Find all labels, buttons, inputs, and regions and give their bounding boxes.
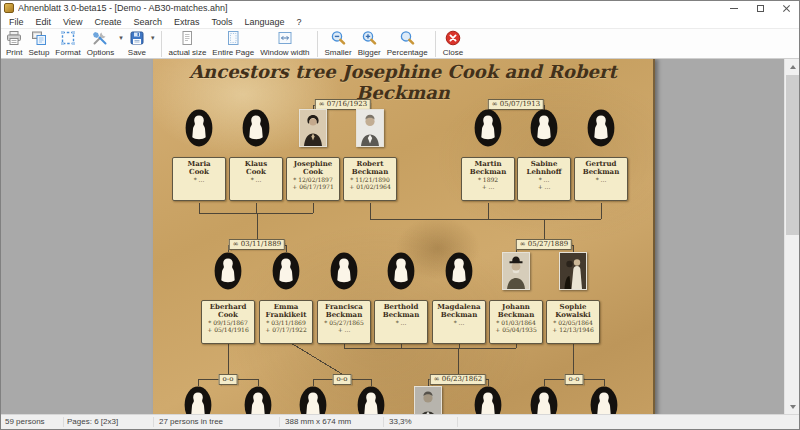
printer-setup-button[interactable]: Setup [25, 30, 52, 58]
silhouette-icon[interactable] [590, 386, 618, 414]
person-card[interactable]: Maria Cook* ... [172, 157, 226, 201]
person-card[interactable]: Josephine Cook* 12/02/1897+ 06/17/1971 [286, 157, 340, 201]
menu-item-edit[interactable]: Edit [30, 17, 58, 27]
page-actual-icon [179, 30, 195, 47]
person-date: * ... [576, 176, 626, 183]
person-card[interactable]: Gertrud Beckman* ... [574, 157, 628, 201]
format-frame-button[interactable]: Format [52, 30, 83, 58]
silhouette-icon[interactable] [242, 109, 270, 147]
silhouette-icon[interactable] [474, 109, 502, 147]
page-width-button[interactable]: Window width [257, 30, 312, 58]
photo-wedding-dark[interactable] [559, 252, 587, 290]
scrollbar-thumb[interactable] [786, 75, 799, 235]
person-card[interactable]: Berthold Beckman* ... [374, 300, 428, 344]
person-name: Gertrud Beckman [576, 160, 626, 176]
minimize-button[interactable] [721, 1, 747, 15]
statusbar-separator [63, 417, 64, 427]
app-window: Ahnenblatt 3.0-beta15 - [Demo - AB30-mat… [0, 0, 800, 430]
page-width-icon [277, 30, 293, 47]
person-date: + 06/17/1971 [288, 183, 338, 190]
silhouette-icon[interactable] [299, 386, 327, 414]
dropdown-arrow-icon[interactable]: ▾ [117, 30, 125, 47]
silhouette-icon[interactable] [357, 386, 385, 414]
menu-item-create[interactable]: Create [88, 17, 127, 27]
silhouette-icon[interactable] [530, 386, 558, 414]
menu-item-tools[interactable]: Tools [205, 17, 238, 27]
silhouette-icon[interactable] [184, 386, 212, 414]
person-date: * ... [519, 176, 569, 183]
statusbar-panel: 27 persons in tree [159, 417, 223, 426]
photo-woman-sepia[interactable] [299, 109, 327, 147]
format-frame-icon [60, 30, 76, 47]
menu-item-file[interactable]: File [3, 17, 30, 27]
silhouette-icon[interactable] [445, 252, 473, 290]
silhouette-icon[interactable] [330, 252, 358, 290]
menu-item-language[interactable]: Language [238, 17, 290, 27]
person-card[interactable]: Eberhard Cook* 09/15/1867+ 05/14/1916 [201, 300, 255, 344]
person-card[interactable]: Francisca Beckman* 05/27/1865+ ... [317, 300, 371, 344]
person-name: Magdalena Beckman [434, 303, 484, 319]
person-card[interactable]: Robert Beckman* 11/21/1890+ 01/02/1964 [343, 157, 397, 201]
vertical-scrollbar[interactable] [784, 59, 799, 414]
menu-item-view[interactable]: View [57, 17, 88, 27]
printer-button[interactable]: Print [3, 30, 25, 58]
maximize-button[interactable] [747, 1, 773, 15]
page-actual-button[interactable]: actual size [166, 30, 210, 58]
document-view: Ancestors tree Josephine Cook and Robert… [1, 59, 799, 414]
person-date: + 12/13/1946 [548, 326, 598, 333]
person-date: * ... [174, 176, 224, 183]
silhouette-icon[interactable] [530, 109, 558, 147]
toolbar-separator [435, 31, 436, 57]
person-card[interactable]: Martin Beckman* 1892+ ... [461, 157, 515, 201]
zoom-in-button[interactable]: Bigger [355, 30, 384, 58]
person-card[interactable]: Magdalena Beckman* ... [432, 300, 486, 344]
page-entire-button[interactable]: Entire Page [209, 30, 257, 58]
menu-item-extras[interactable]: Extras [168, 17, 206, 27]
silhouette-icon[interactable] [214, 252, 242, 290]
arrow-up-icon [790, 62, 796, 69]
silhouette-icon[interactable] [474, 386, 502, 414]
person-name: Martin Beckman [463, 160, 513, 176]
scroll-down-button[interactable] [785, 399, 799, 414]
floppy-button[interactable]: Save [125, 30, 149, 58]
floppy-icon [129, 30, 145, 47]
close-icon [782, 4, 791, 13]
close-window-button[interactable] [773, 1, 799, 15]
person-card[interactable]: Johann Beckman* 01/03/1864+ 05/04/1935 [489, 300, 543, 344]
silhouette-icon[interactable] [387, 252, 415, 290]
person-name: Eberhard Cook [203, 303, 253, 319]
person-card[interactable]: Sabine Lehnhoff* ...+ ... [517, 157, 571, 201]
person-date: + ... [463, 183, 513, 190]
person-date: * 09/15/1867 [203, 319, 253, 326]
scroll-up-button[interactable] [785, 59, 799, 74]
silhouette-icon[interactable] [244, 386, 272, 414]
person-card[interactable]: Klaus Cook* ... [229, 157, 283, 201]
tools-icon [92, 30, 108, 47]
zoom-out-button[interactable]: Smaller [322, 30, 355, 58]
toolbar-button-label: Format [55, 48, 80, 57]
person-date: * 05/27/1865 [319, 319, 369, 326]
menu-bar: FileEditViewCreateSearchExtrasToolsLangu… [1, 15, 799, 28]
photo-man-gray[interactable] [414, 386, 442, 414]
toolbar-separator [161, 31, 162, 57]
dropdown-arrow-icon[interactable]: ▾ [149, 30, 157, 47]
person-date: * 12/02/1897 [288, 176, 338, 183]
menu-item-[interactable]: ? [291, 17, 308, 27]
marriage-label: o-o [565, 374, 584, 385]
title-bar: Ahnenblatt 3.0-beta15 - [Demo - AB30-mat… [1, 1, 799, 15]
photo-man-light[interactable] [356, 109, 384, 147]
photo-man-hat[interactable] [502, 252, 530, 290]
menu-item-search[interactable]: Search [127, 17, 168, 27]
person-card[interactable]: Emma Frankikeit* 03/11/1869+ 07/17/1922 [259, 300, 313, 344]
app-icon [4, 3, 14, 13]
marriage-label: ∞ 06/23/1862 [430, 374, 486, 385]
marriage-label: o-o [333, 374, 352, 385]
zoom-percent-button[interactable]: Percentage [384, 30, 431, 58]
tools-button[interactable]: Options [84, 30, 118, 58]
silhouette-icon[interactable] [185, 109, 213, 147]
close-red-button[interactable]: Close [440, 30, 466, 58]
person-card[interactable]: Sophie Kowalski* 02/05/1864+ 12/13/1946 [546, 300, 600, 344]
silhouette-icon[interactable] [272, 252, 300, 290]
statusbar-panel: Pages: 6 [2x3] [67, 417, 118, 426]
silhouette-icon[interactable] [587, 109, 615, 147]
